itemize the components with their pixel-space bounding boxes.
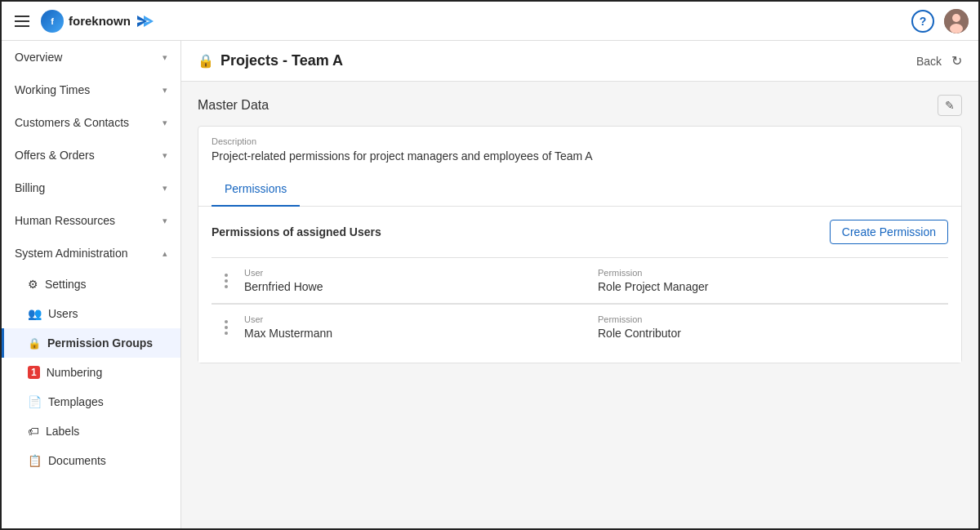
permission-value: Role Contributor (598, 327, 932, 340)
chevron-down-icon: ▾ (163, 150, 167, 161)
sidebar-item-label: Overview (15, 51, 62, 64)
content-body: Master Data ✎ Description Project-relate… (181, 82, 978, 390)
sidebar-item-billing[interactable]: Billing ▾ (2, 171, 180, 204)
page-header: 🔒 Projects - Team A Back ↻ (181, 41, 978, 82)
permission-label: Permission (598, 268, 932, 278)
chevron-down-icon: ▾ (163, 85, 167, 96)
permission-column: Permission Role Project Manager (588, 268, 942, 293)
numbering-icon: 1 (28, 366, 40, 379)
topbar: f foreknown ? (2, 2, 978, 41)
tag-icon: 🏷 (28, 425, 39, 438)
permission-label: Permission (598, 314, 932, 324)
user-value: Max Mustermann (244, 327, 578, 340)
user-column: User Bernfried Howe (234, 268, 588, 293)
sidebar-item-label: Offers & Orders (15, 149, 95, 162)
user-column: User Max Mustermann (234, 314, 588, 340)
permission-column: Permission Role Contributor (588, 314, 942, 340)
document-icon: 📋 (28, 454, 42, 467)
description-field: Description Project-related permissions … (198, 127, 961, 172)
permissions-header: Permissions of assigned Users Create Per… (212, 220, 948, 244)
sidebar: Overview ▾ Working Times ▾ Customers & C… (2, 41, 181, 528)
file-icon: 📄 (28, 395, 42, 408)
sidebar-item-label: System Administration (15, 247, 128, 260)
chevron-down-icon: ▾ (163, 216, 167, 226)
sidebar-item-label: Permission Groups (47, 336, 153, 350)
description-label: Description (212, 136, 948, 146)
main-layout: Overview ▾ Working Times ▾ Customers & C… (2, 41, 978, 528)
sidebar-item-customers-contacts[interactable]: Customers & Contacts ▾ (2, 106, 180, 139)
svg-point-4 (950, 24, 963, 33)
permissions-title: Permissions of assigned Users (212, 225, 381, 238)
sidebar-item-label: Labels (46, 425, 79, 438)
table-row: User Bernfried Howe Permission Role Proj… (212, 257, 948, 303)
page-title: Projects - Team A (220, 52, 343, 69)
sidebar-item-label: Numbering (47, 366, 102, 379)
row-menu-button[interactable] (218, 317, 234, 338)
lock-icon: 🔒 (28, 337, 41, 350)
sidebar-sub-templages[interactable]: 📄 Templages (2, 387, 180, 416)
user-label: User (244, 268, 578, 278)
page-lock-icon: 🔒 (198, 53, 214, 69)
chevron-up-icon: ▴ (163, 248, 167, 259)
svg-point-3 (952, 14, 960, 22)
sidebar-sub-documents[interactable]: 📋 Documents (2, 446, 180, 475)
sidebar-item-human-ressources[interactable]: Human Ressources ▾ (2, 204, 180, 237)
master-data-header: Master Data ✎ (198, 95, 962, 116)
chevron-down-icon: ▾ (163, 183, 167, 194)
master-data-card: Description Project-related permissions … (198, 126, 962, 363)
content-area: 🔒 Projects - Team A Back ↻ Master Data ✎ (181, 41, 978, 528)
topbar-right: ? (911, 9, 969, 33)
create-permission-button[interactable]: Create Permission (830, 220, 948, 244)
sidebar-item-label: Billing (15, 181, 45, 194)
hamburger-menu[interactable] (11, 12, 33, 30)
permission-value: Role Project Manager (598, 280, 932, 293)
brand-logo: f (41, 10, 64, 33)
tab-bar: Permissions (198, 172, 961, 207)
sidebar-item-label: Documents (48, 454, 106, 467)
gear-icon: ⚙ (28, 278, 38, 291)
permissions-section: Permissions of assigned Users Create Per… (198, 207, 961, 363)
sidebar-item-label: Customers & Contacts (15, 116, 129, 129)
description-value: Project-related permissions for project … (212, 149, 948, 163)
sidebar-item-label: Settings (45, 278, 87, 291)
user-avatar[interactable] (944, 9, 969, 33)
chevron-down-icon: ▾ (163, 118, 167, 128)
sidebar-sub-settings[interactable]: ⚙ Settings (2, 269, 180, 299)
sidebar-item-label: Templages (48, 395, 104, 408)
sidebar-item-overview[interactable]: Overview ▾ (2, 41, 180, 73)
brand-name: foreknown (69, 14, 131, 28)
sidebar-sub-labels[interactable]: 🏷 Labels (2, 416, 180, 446)
user-label: User (244, 314, 578, 324)
edit-button[interactable]: ✎ (938, 95, 962, 116)
row-menu-button[interactable] (218, 270, 234, 292)
page-title-row: 🔒 Projects - Team A (198, 52, 343, 69)
sidebar-item-label: Human Ressources (15, 214, 115, 227)
tab-permissions[interactable]: Permissions (212, 172, 300, 207)
sidebar-item-offers-orders[interactable]: Offers & Orders ▾ (2, 139, 180, 171)
master-data-title: Master Data (198, 98, 269, 113)
users-icon: 👥 (28, 307, 42, 320)
chevron-down-icon: ▾ (163, 52, 167, 63)
help-button[interactable]: ? (911, 10, 934, 33)
sidebar-sub-numbering[interactable]: 1 Numbering (2, 358, 180, 387)
sidebar-item-working-times[interactable]: Working Times ▾ (2, 73, 180, 106)
sidebar-sub-users[interactable]: 👥 Users (2, 299, 180, 328)
user-value: Bernfried Howe (244, 280, 578, 293)
sidebar-item-label: Working Times (15, 83, 90, 96)
refresh-button[interactable]: ↻ (951, 53, 962, 69)
back-button[interactable]: Back (916, 55, 942, 68)
brand-icon (136, 12, 154, 30)
topbar-left: f foreknown (11, 10, 154, 33)
sidebar-sub-permission-groups[interactable]: 🔒 Permission Groups (2, 328, 180, 358)
sidebar-item-system-administration[interactable]: System Administration ▴ (2, 237, 180, 269)
table-row: User Max Mustermann Permission Role Cont… (212, 304, 948, 350)
sidebar-item-label: Users (48, 307, 78, 320)
brand: f foreknown (41, 10, 154, 33)
page-actions: Back ↻ (916, 53, 962, 69)
